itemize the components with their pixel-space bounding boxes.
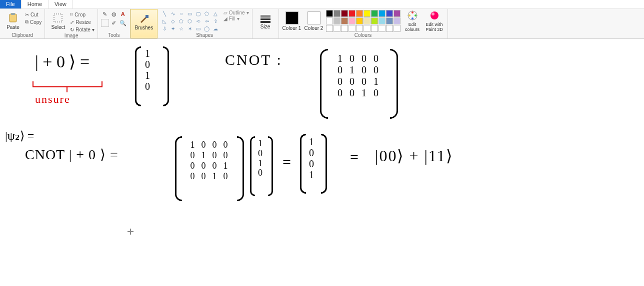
- shape-callout-cloud[interactable]: ☁: [212, 25, 220, 32]
- palette-swatch[interactable]: [334, 10, 340, 17]
- resize-button[interactable]: ⤢ Resize: [70, 18, 94, 25]
- colour-2-swatch: [308, 11, 320, 24]
- chevron-down-icon: ▾: [246, 10, 249, 15]
- annotation-unsure: unsure: [35, 93, 70, 106]
- edit-colours-button[interactable]: Edit colours: [402, 10, 422, 32]
- tool-picker[interactable]: ✐: [110, 19, 118, 27]
- palette-swatch[interactable]: [386, 17, 393, 24]
- paste-icon: [8, 12, 18, 23]
- palette-swatch[interactable]: [326, 25, 333, 32]
- canvas[interactable]: | + 0 ⟩ = 1010 unsure CNOT : 10000100000…: [0, 39, 644, 286]
- shape-line[interactable]: ╲: [160, 10, 168, 17]
- outline-icon: ▱: [224, 10, 228, 15]
- tab-home[interactable]: Home: [22, 0, 48, 8]
- palette-swatch[interactable]: [394, 10, 400, 17]
- palette-swatch[interactable]: [364, 25, 370, 32]
- palette-swatch[interactable]: [356, 25, 363, 32]
- palette-swatch[interactable]: [334, 17, 340, 24]
- palette-swatch[interactable]: [378, 25, 386, 32]
- shape-pentagon[interactable]: ⬠: [178, 17, 186, 24]
- palette-swatch[interactable]: [341, 10, 348, 17]
- cut-icon: ✂: [25, 12, 29, 17]
- size-button[interactable]: Size: [256, 10, 276, 32]
- shape-roundrect[interactable]: ▢: [194, 10, 202, 17]
- palette-swatch[interactable]: [348, 17, 356, 24]
- shape-curve[interactable]: ∿: [169, 10, 177, 17]
- colour-palette: [326, 10, 400, 32]
- palette-swatch[interactable]: [326, 17, 333, 24]
- group-image: Select ⌗ Crop ⤢ Resize ↻ Rotate ▾ Image: [45, 9, 98, 38]
- palette-swatch[interactable]: [341, 17, 348, 24]
- tool-eraser[interactable]: [101, 19, 109, 27]
- palette-swatch[interactable]: [394, 17, 400, 24]
- shape-outline-button[interactable]: ▱ Outline ▾: [224, 10, 249, 15]
- palette-swatch[interactable]: [378, 10, 386, 17]
- shape-diamond[interactable]: ◇: [169, 17, 177, 24]
- shape-polygon[interactable]: ⬠: [203, 10, 211, 17]
- palette-swatch[interactable]: [364, 17, 370, 24]
- shape-4star[interactable]: ✦: [169, 25, 177, 32]
- palette-swatch[interactable]: [348, 25, 356, 32]
- shape-arrow-r[interactable]: ➪: [194, 17, 202, 24]
- paste-button[interactable]: Paste: [3, 10, 23, 32]
- brushes-button[interactable]: Brushes: [134, 10, 154, 32]
- palette-swatch[interactable]: [364, 10, 370, 17]
- rotate-button[interactable]: ↻ Rotate ▾: [70, 26, 94, 33]
- shape-arrow-u[interactable]: ⇧: [212, 17, 220, 24]
- colour-1-button[interactable]: Colour 1: [282, 10, 302, 32]
- shape-callout-rect[interactable]: ▭: [194, 25, 202, 32]
- palette-swatch[interactable]: [334, 25, 340, 32]
- shape-rect[interactable]: ▭: [186, 10, 194, 17]
- palette-swatch[interactable]: [371, 17, 378, 24]
- shape-right-tri[interactable]: ◺: [160, 17, 168, 24]
- palette-swatch[interactable]: [386, 10, 393, 17]
- shape-fill-button[interactable]: ◢ Fill ▾: [224, 16, 249, 21]
- tool-fill[interactable]: ◍: [110, 10, 118, 18]
- shape-arrow-l[interactable]: ⇦: [203, 17, 211, 24]
- crop-button[interactable]: ⌗ Crop: [70, 11, 94, 18]
- fill-icon: ◢: [224, 16, 228, 21]
- tool-magnifier[interactable]: 🔍: [119, 19, 127, 27]
- group-label-tools: Tools: [101, 32, 127, 38]
- palette-swatch[interactable]: [356, 10, 363, 17]
- tool-text[interactable]: A: [119, 10, 127, 18]
- shape-hexagon[interactable]: ⬡: [186, 17, 194, 24]
- paren-right-vec2: [268, 136, 273, 196]
- tab-view[interactable]: View: [48, 0, 73, 8]
- edit-paint3d-button[interactable]: Edit with Paint 3D: [424, 10, 444, 32]
- shape-arrow-d[interactable]: ⇩: [160, 25, 168, 32]
- colour-1-label: Colour 1: [282, 25, 302, 31]
- select-button[interactable]: Select: [48, 10, 68, 32]
- palette-swatch[interactable]: [378, 17, 386, 24]
- tab-file[interactable]: File: [0, 0, 22, 8]
- menu-tabs: File Home View: [0, 0, 644, 9]
- group-label-shapes: Shapes: [160, 32, 249, 38]
- palette-swatch[interactable]: [326, 10, 333, 17]
- brushes-label: Brushes: [134, 25, 153, 30]
- vector-plus0: 1010: [145, 48, 150, 92]
- svg-point-9: [430, 11, 438, 19]
- shape-6star[interactable]: ✶: [186, 25, 194, 32]
- psi2-label: |ψ₂⟩ =: [5, 129, 34, 143]
- shape-oval[interactable]: ○: [178, 10, 186, 17]
- palette-swatch[interactable]: [341, 25, 348, 32]
- copy-button[interactable]: ⧉ Copy: [25, 18, 42, 25]
- palette-swatch[interactable]: [394, 25, 400, 32]
- palette-swatch[interactable]: [356, 17, 363, 24]
- cursor-crosshair: [128, 229, 134, 235]
- palette-swatch[interactable]: [386, 25, 393, 32]
- colour-2-button[interactable]: Colour 2: [304, 10, 324, 32]
- tool-pencil[interactable]: ✎: [101, 10, 109, 18]
- palette-swatch[interactable]: [348, 10, 356, 17]
- shape-callout-oval[interactable]: ◯: [203, 25, 211, 32]
- shape-triangle[interactable]: △: [212, 10, 220, 17]
- shape-5star[interactable]: ☆: [178, 25, 186, 32]
- cut-button[interactable]: ✂ Cut: [25, 11, 42, 18]
- shape-gallery[interactable]: ╲ ∿ ○ ▭ ▢ ⬠ △ ◺ ◇ ⬠ ⬡ ➪ ⇦ ⇧ ⇩ ✦ ☆ ✶ ▭ ◯: [160, 10, 220, 32]
- palette-swatch[interactable]: [371, 10, 378, 17]
- copy-icon: ⧉: [25, 19, 28, 25]
- palette-swatch[interactable]: [371, 25, 378, 32]
- brush-icon: [138, 13, 150, 24]
- expr-cnot-plus0: CNOT | + 0 ⟩ =: [25, 146, 118, 163]
- paste-label: Paste: [6, 24, 20, 30]
